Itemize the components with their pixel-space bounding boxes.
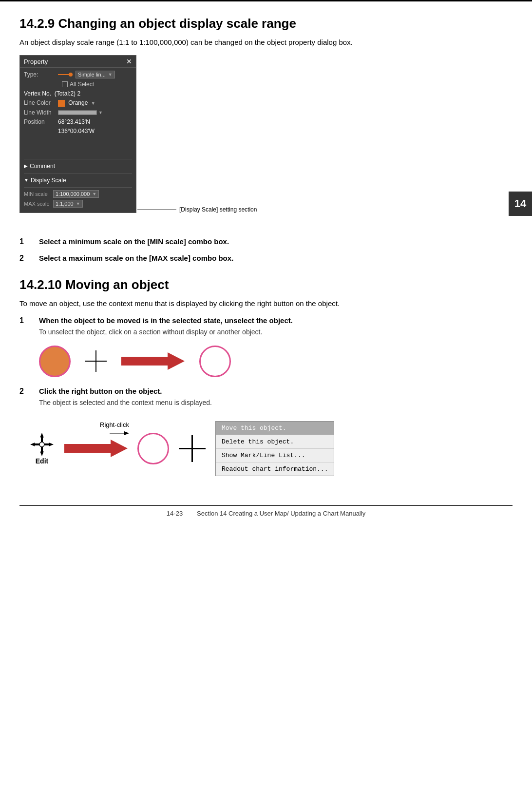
- move-step-2-sub: The object is selected and the context m…: [39, 399, 513, 406]
- edit-label: Edit: [36, 457, 48, 465]
- position-value1: 68°23.413'N: [58, 118, 90, 125]
- line-width-bar: [58, 110, 97, 115]
- position-label: Position: [24, 118, 58, 125]
- context-menu: Move this object. Delete this object. Sh…: [215, 421, 334, 476]
- context-menu-item-1[interactable]: Delete this object.: [216, 435, 334, 449]
- svg-marker-10: [64, 440, 128, 457]
- separator-3: [24, 187, 132, 188]
- move-step-1-number: 1: [19, 316, 31, 325]
- selected-circle-icon: [39, 346, 71, 377]
- move-step-1-item: 1 When the object to be moved is in the …: [19, 316, 513, 325]
- all-select-text: All Select: [70, 81, 94, 88]
- unselect-diagram: [39, 346, 513, 377]
- display-scale-arrow-icon: ▼: [24, 177, 29, 183]
- line-color-value: Orange ▼: [58, 99, 132, 107]
- step-1-item: 1 Select a minimum scale on the [MIN sca…: [19, 237, 513, 246]
- move-step-2-item: 2 Click the right button on the object.: [19, 387, 513, 396]
- spacer-1: [24, 137, 132, 156]
- dialog-body: Type: Simple lin... ▼ All Select: [20, 68, 136, 212]
- min-scale-dropdown-icon: ▼: [92, 192, 96, 196]
- property-dialog: Property ✕ Type: Simple lin... ▼: [19, 55, 136, 213]
- move-cursor-group: Edit: [29, 432, 55, 465]
- line-color-row: Line Color Orange ▼: [24, 99, 132, 107]
- svg-point-9: [39, 442, 44, 447]
- type-row: Type: Simple lin... ▼: [24, 71, 132, 78]
- all-select-checkbox-label: All Select: [62, 81, 94, 88]
- intro-text-1: An object display scale range (1:1 to 1:…: [19, 38, 513, 46]
- page-footer: 14-23 Section 14 Creating a User Map/ Up…: [19, 505, 513, 517]
- comment-label: Comment: [30, 163, 55, 170]
- line-width-label: Line Width: [24, 109, 58, 116]
- separator-1: [24, 159, 132, 159]
- type-select: Simple lin... ▼: [58, 71, 115, 78]
- position-value2: 136°00.043'W: [58, 128, 95, 135]
- move-step-1-sub: To unselect the object, click on a secti…: [39, 328, 513, 336]
- dialog-titlebar: Property ✕: [20, 56, 136, 68]
- vertex-row: Vertex No. (Total:2) 2: [24, 90, 132, 97]
- display-scale-annotation: [Display Scale] setting section: [137, 206, 257, 213]
- comment-arrow-icon: ▶: [24, 163, 28, 169]
- max-scale-dropdown-icon: ▼: [76, 201, 80, 206]
- vertex-label: Vertex No.: [24, 90, 51, 97]
- vertex-total: (Total:2): [55, 90, 76, 97]
- color-swatch-orange: [58, 100, 65, 107]
- move-arrow-icon: [64, 440, 128, 457]
- position-row: Position 68°23.413'N: [24, 118, 132, 125]
- step-2-text: Select a maximum scale on the [MAX scale…: [39, 254, 233, 262]
- unselected-circle-icon: [199, 346, 231, 377]
- section-title-2: 14.2.10 Moving an object: [19, 277, 513, 292]
- comment-section-header[interactable]: ▶ Comment: [24, 162, 132, 171]
- section-title-1: 14.2.9 Changing an object display scale …: [19, 16, 513, 31]
- crosshair-large-icon: [179, 435, 206, 462]
- step-1-text: Select a minimum scale on the [MIN scale…: [39, 237, 229, 246]
- footer-page: 14-23: [167, 510, 183, 517]
- min-scale-value: 1:100,000,000: [56, 191, 90, 197]
- color-dropdown-icon: ▼: [91, 101, 95, 106]
- line-width-dropdown-icon: ▼: [98, 110, 103, 115]
- crosshair-cursor-icon: [85, 350, 107, 372]
- min-scale-label: MIN scale: [24, 191, 53, 197]
- arrow-right-icon: [121, 352, 185, 370]
- step-1-number: 1: [19, 237, 31, 246]
- type-dropdown[interactable]: Simple lin... ▼: [76, 71, 115, 78]
- footer-text: Section 14 Creating a User Map/ Updating…: [197, 510, 365, 517]
- close-icon[interactable]: ✕: [126, 58, 132, 65]
- type-label: Type:: [24, 71, 58, 78]
- vertex-value: 2: [77, 90, 80, 97]
- section-tab: 14: [509, 192, 532, 216]
- position-row-2: 136°00.043'W: [24, 128, 132, 135]
- context-menu-item-0[interactable]: Move this object.: [216, 422, 334, 435]
- max-scale-row: MAX scale 1:1,000 ▼: [24, 200, 132, 208]
- type-line-icon: [58, 74, 73, 75]
- max-scale-value: 1:1,000: [56, 201, 74, 207]
- max-scale-dropdown[interactable]: 1:1,000 ▼: [53, 200, 83, 208]
- all-select-row: All Select: [24, 81, 132, 88]
- context-menu-item-3[interactable]: Readout chart information...: [216, 462, 334, 476]
- steps-section-1: 1 Select a minimum scale on the [MIN sca…: [19, 237, 513, 263]
- intro-text-2: To move an object, use the context menu …: [19, 299, 513, 308]
- svg-marker-2: [124, 431, 129, 435]
- annotation-text: [Display Scale] setting section: [179, 206, 257, 213]
- display-scale-section: ▼ Display Scale: [24, 176, 132, 188]
- target-circle-icon: [137, 433, 169, 464]
- step-2-item: 2 Select a maximum scale on the [MAX sca…: [19, 254, 513, 263]
- dialog-title: Property: [24, 58, 48, 65]
- right-click-label: Right-click: [100, 421, 129, 428]
- dropdown-arrow-icon: ▼: [108, 72, 113, 77]
- display-scale-header[interactable]: ▼ Display Scale: [24, 176, 132, 185]
- separator-2: [24, 173, 132, 173]
- max-scale-label: MAX scale: [24, 201, 53, 207]
- move-cursor-icon: [29, 432, 55, 457]
- context-menu-item-2[interactable]: Show Mark/Line List...: [216, 449, 334, 462]
- top-border: [0, 0, 532, 1]
- all-select-checkbox[interactable]: [62, 81, 68, 87]
- min-scale-row: MIN scale 1:100,000,000 ▼: [24, 190, 132, 198]
- line-color-label: Line Color: [24, 99, 58, 106]
- annotation-line: [137, 210, 176, 210]
- line-width-row: Line Width ▼: [24, 109, 132, 116]
- min-scale-dropdown[interactable]: 1:100,000,000 ▼: [53, 190, 99, 198]
- move-step-2-text: Click the right button on the object.: [39, 387, 162, 395]
- svg-marker-0: [121, 352, 185, 370]
- rightclick-diagram: Right-click: [29, 421, 513, 476]
- display-scale-label: Display Scale: [31, 177, 66, 184]
